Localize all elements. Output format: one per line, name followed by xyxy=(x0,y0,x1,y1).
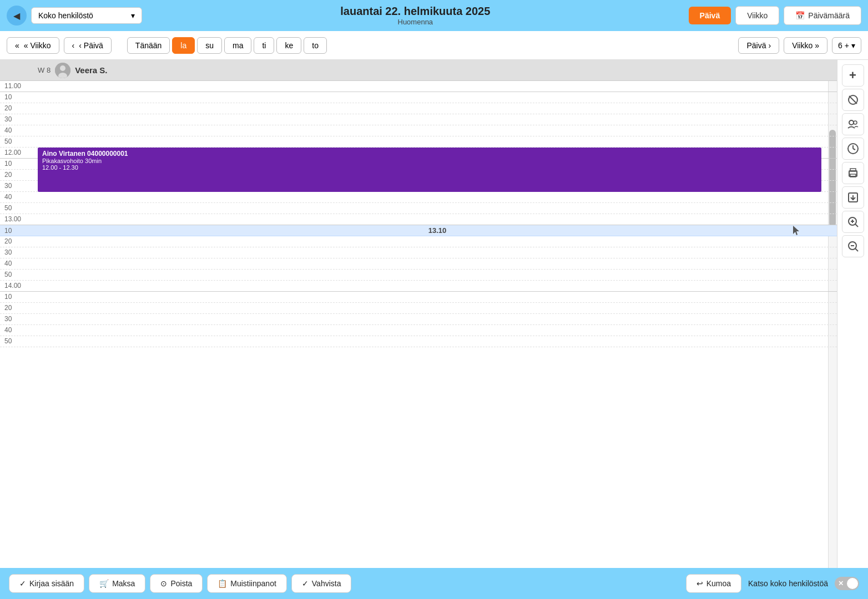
time-row-1350: 50 xyxy=(0,270,837,281)
time-cell-1140[interactable] xyxy=(38,125,837,136)
time-cell-1250[interactable] xyxy=(38,203,837,214)
kirjaa-label: Kirjaa sisään xyxy=(29,579,74,588)
time-cell-1300[interactable] xyxy=(38,214,837,225)
svg-line-9 xyxy=(853,149,855,150)
time-cell-1240[interactable] xyxy=(38,192,837,202)
zoom-out-button[interactable] xyxy=(842,235,864,257)
vahvista-button[interactable]: ✓ Vahvista xyxy=(291,574,352,593)
time-label-1100: 11.00 xyxy=(0,81,38,92)
muistiinpanot-button[interactable]: 📋 Muistiinpanot xyxy=(207,574,287,593)
back-button[interactable]: ◀ xyxy=(7,6,27,26)
time-cell-1130[interactable] xyxy=(38,114,837,125)
day-tabs: Tänään la su ma ti ke to xyxy=(127,37,327,54)
time-grid[interactable]: 11.00 10 20 30 40 xyxy=(0,81,837,568)
time-cell-1340[interactable] xyxy=(38,258,837,269)
clock-button[interactable] xyxy=(842,138,864,160)
viikko-label: Viikko xyxy=(747,11,768,20)
paiva-button[interactable]: Päivä xyxy=(689,7,731,24)
time-label-1450: 50 xyxy=(0,336,38,347)
paivamaara-button[interactable]: 📅 Päivämäärä xyxy=(784,6,861,25)
time-row-1410: 10 xyxy=(0,292,837,303)
time-row-1150: 50 xyxy=(0,136,837,148)
time-cell-1100[interactable] xyxy=(38,81,837,92)
time-cell-1320[interactable] xyxy=(38,236,837,247)
svg-line-4 xyxy=(849,96,857,104)
tab-ma[interactable]: ma xyxy=(224,37,251,54)
toggle-label: Katso koko henkilöstöä xyxy=(748,579,828,588)
num-button[interactable]: 6 + ▾ xyxy=(832,37,861,54)
kirjaa-button[interactable]: ✓ Kirjaa sisään xyxy=(9,574,84,593)
time-cell-1330[interactable] xyxy=(38,247,837,258)
toggle-switch[interactable]: ✕ xyxy=(835,577,859,590)
time-label-1130: 30 xyxy=(0,114,38,125)
time-row-1340: 40 xyxy=(0,258,837,270)
header-center: lauantai 22. helmikuuta 2025 Huomenna xyxy=(147,5,684,26)
time-row-1400: 14.00 xyxy=(0,281,837,292)
time-row-1140: 40 xyxy=(0,125,837,136)
hide-button[interactable] xyxy=(842,89,864,111)
right-sidebar: + xyxy=(837,60,868,568)
tab-su[interactable]: su xyxy=(197,37,222,54)
export-button[interactable] xyxy=(842,186,864,209)
chevron-down-icon: ▾ xyxy=(131,11,135,20)
appointment-time: 12.00 - 12.30 xyxy=(42,164,817,171)
paiva-back-label: ‹ Päivä xyxy=(79,41,103,50)
time-label-1110: 10 xyxy=(0,92,38,103)
time-cell-1450[interactable] xyxy=(38,336,837,347)
time-row-1420: 20 xyxy=(0,303,837,314)
viikko-back-button[interactable]: « « Viikko xyxy=(7,37,59,54)
paivamaara-label: Päivämäärä xyxy=(808,11,850,20)
week-header: W 8 Veera S. xyxy=(0,60,837,81)
viikko-fwd-button[interactable]: Viikko » xyxy=(784,37,827,54)
maksa-button[interactable]: 🛒 Maksa xyxy=(89,574,145,593)
time-cell-1150[interactable] xyxy=(38,136,837,147)
tab-ti[interactable]: ti xyxy=(254,37,274,54)
svg-point-1 xyxy=(60,65,65,71)
left-icon: ‹ xyxy=(72,41,75,50)
paiva-fwd-label: Päivä xyxy=(746,41,766,50)
header-right: Päivä Viikko 📅 Päivämäärä xyxy=(689,6,861,25)
cart-icon: 🛒 xyxy=(99,579,109,588)
time-cell-1110[interactable] xyxy=(38,92,837,103)
time-row-1100: 11.00 xyxy=(0,81,837,92)
zoom-in-button[interactable] xyxy=(842,211,864,233)
group-button[interactable] xyxy=(842,113,864,135)
time-cell-1410[interactable] xyxy=(38,292,837,302)
time-cell-1440[interactable] xyxy=(38,325,837,336)
appointment-name: Aino Virtanen 04000000001 xyxy=(42,150,817,158)
tab-la[interactable]: la xyxy=(172,37,195,54)
nav-right: Päivä › Viikko » 6 + ▾ xyxy=(738,37,861,54)
time-cell-1420[interactable] xyxy=(38,303,837,313)
time-cell-1350[interactable] xyxy=(38,270,837,280)
poista-button[interactable]: ⊙ Poista xyxy=(150,574,203,593)
person-name: Veera S. xyxy=(75,65,107,75)
time-cell-1120[interactable] xyxy=(38,103,837,114)
appointment-block[interactable]: Aino Virtanen 04000000001 Pikakasvohoito… xyxy=(38,148,821,192)
cursor-indicator xyxy=(790,225,804,236)
right-icon: › xyxy=(768,41,771,50)
print-button[interactable] xyxy=(842,162,864,184)
svg-rect-12 xyxy=(850,174,856,177)
tab-tanaan[interactable]: Tänään xyxy=(127,37,170,54)
staff-dropdown[interactable]: Koko henkilöstö ▾ xyxy=(31,7,142,24)
kumoa-button[interactable]: ↩ Kumoa xyxy=(686,574,741,593)
paiva-fwd-button[interactable]: Päivä › xyxy=(738,37,779,54)
viikko-button[interactable]: Viikko xyxy=(735,6,779,25)
svg-rect-11 xyxy=(850,169,856,171)
top-header: ◀ Koko henkilöstö ▾ lauantai 22. helmiku… xyxy=(0,0,868,31)
double-right-icon: » xyxy=(815,41,819,50)
time-cell-1400[interactable] xyxy=(38,281,837,291)
time-row-1320: 20 xyxy=(0,236,837,247)
viikko-fwd-label: Viikko xyxy=(792,41,813,50)
time-row-1450: 50 xyxy=(0,336,837,347)
poista-label: Poista xyxy=(170,579,192,588)
time-label-1350: 50 xyxy=(0,270,38,280)
time-label-1320: 20 xyxy=(0,236,38,247)
check-icon: ✓ xyxy=(19,579,26,588)
add-button[interactable]: + xyxy=(842,64,864,87)
tab-to[interactable]: to xyxy=(304,37,327,54)
paiva-back-button[interactable]: ‹ ‹ Päivä xyxy=(64,37,112,54)
tab-ke[interactable]: ke xyxy=(276,37,301,54)
time-cell-1430[interactable] xyxy=(38,314,837,324)
time-row-1430: 30 xyxy=(0,314,837,325)
